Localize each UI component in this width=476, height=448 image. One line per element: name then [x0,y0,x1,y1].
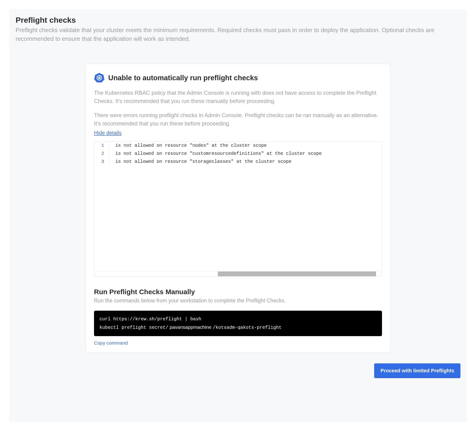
error-details-viewer: 1 is not allowed on resource "nodes" at … [94,141,382,277]
page-description: Preflight checks validate that your clus… [16,26,460,43]
command-line-1: curl https://krew.sh/preflight | bash [100,316,201,322]
manual-run-section: Run Preflight Checks Manually Run the co… [94,288,382,346]
copy-command-link[interactable]: Copy command [94,340,128,346]
page-title: Preflight checks [16,16,460,24]
error-line: 1 is not allowed on resource "nodes" at … [94,142,382,149]
command-line-2-post: /kotsadm-qakots-preflight [213,325,282,330]
horizontal-scrollbar[interactable] [94,271,382,276]
error-line: 3 is not allowed on resource "storagecla… [94,158,382,165]
line-number: 2 [94,149,109,158]
line-number: 1 [94,142,109,149]
manual-description: Run the commands below from your worksta… [94,298,382,304]
kubernetes-icon [94,72,105,84]
line-content: is not allowed on resource "storageclass… [109,158,291,165]
error-line: 2 is not allowed on resource "customreso… [94,149,382,158]
line-content: is not allowed on resource "nodes" at th… [109,142,267,149]
error-lines: 1 is not allowed on resource "nodes" at … [94,142,382,271]
proceed-button[interactable]: Proceed with limited Preflights [374,363,460,378]
card-header: Unable to automatically run preflight ch… [94,72,382,84]
command-block: curl https://krew.sh/preflight | bash ku… [94,311,382,336]
manual-title: Run Preflight Checks Manually [94,288,382,296]
rbac-explanation: The Kubernetes RBAC policy that the Admi… [94,89,382,105]
error-explanation: There were errors running preflight chec… [94,111,382,128]
warning-title: Unable to automatically run preflight ch… [108,74,258,82]
command-namespace: pavansappmachine [168,324,213,330]
preflight-warning-card: Unable to automatically run preflight ch… [85,64,391,353]
command-line-2-pre: kubectl preflight secret/ [100,325,168,330]
footer-actions: Proceed with limited Preflights [16,363,460,378]
line-number: 3 [94,158,109,165]
line-content: is not allowed on resource "customresour… [109,149,322,158]
hide-details-link[interactable]: Hide details [94,130,122,136]
scrollbar-thumb[interactable] [218,272,376,276]
preflight-page: Preflight checks Preflight checks valida… [9,9,467,422]
